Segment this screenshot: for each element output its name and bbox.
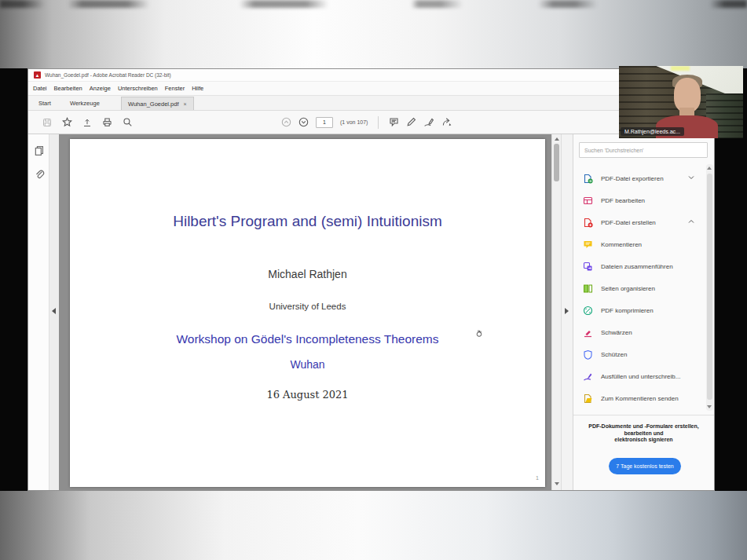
tool-export-pdf[interactable]: PDF-Datei exportieren — [573, 167, 705, 189]
tool-edit-pdf[interactable]: PDF bearbeiten — [573, 189, 705, 211]
sidebar-scroll-up-icon[interactable] — [707, 167, 712, 170]
tool-comment[interactable]: Kommentieren — [573, 233, 705, 255]
protect-shield-icon — [583, 350, 593, 360]
chevron-up-icon[interactable] — [688, 219, 694, 224]
video-frame: { "window": { "title": "Wuhan_Goedel.pdf… — [0, 0, 747, 560]
tools-search-input[interactable] — [579, 142, 708, 158]
tool-label: Seiten organisieren — [601, 285, 655, 292]
page-number-input[interactable] — [316, 117, 333, 128]
tab-document[interactable]: Wuhan_Goedel.pdf × — [121, 97, 194, 110]
tool-label: PDF-Datei erstellen — [601, 219, 656, 226]
send-review-icon[interactable] — [441, 117, 452, 127]
tool-combine-files[interactable]: Dateien zusammenführen — [573, 255, 705, 277]
scroll-up-icon[interactable] — [555, 137, 559, 141]
scroll-down-icon[interactable] — [555, 482, 559, 485]
menu-fenster[interactable]: Fenster — [165, 85, 185, 92]
share-upload-icon[interactable] — [82, 118, 92, 127]
compress-pdf-icon — [583, 306, 593, 316]
tool-create-pdf[interactable]: PDF-Datei erstellen — [573, 211, 705, 233]
slide-location: Wuhan — [70, 358, 545, 371]
webcam-ceiling-light — [671, 66, 690, 71]
promo-line-2: bearbeiten und — [577, 430, 711, 437]
slide-event: Workshop on Gödel's Incompleteness Theor… — [70, 332, 545, 346]
right-splitter[interactable] — [561, 134, 573, 490]
tool-organize-pages[interactable]: Seiten organisieren — [573, 277, 705, 299]
webcam-name-badge: M.Rathjen@leeds.ac... — [621, 127, 684, 136]
tab-start[interactable]: Start — [38, 96, 51, 111]
menu-datei[interactable]: Datei — [33, 85, 47, 92]
trial-promo: PDF-Dokumente und -Formulare erstellen, … — [577, 423, 711, 444]
letterbox-top — [0, 0, 747, 68]
sidebar-scrollbar[interactable] — [706, 164, 713, 411]
sidebar-divider — [573, 415, 714, 415]
menu-bar: Datei Bearbeiten Anzeige Unterschreiben … — [28, 82, 714, 96]
tools-sidebar: PDF-Datei exportieren PDF bearbeiten — [573, 134, 714, 490]
free-trial-button[interactable]: 7 Tage kostenlos testen — [609, 458, 681, 474]
tool-label: Zum Kommentieren senden — [601, 395, 679, 402]
sidebar-scroll-down-icon[interactable] — [707, 405, 712, 408]
combine-files-icon — [583, 262, 593, 272]
document-canvas: Hilbert's Program and (semi) Intuitionis… — [59, 134, 551, 490]
tab-werkzeuge[interactable]: Werkzeuge — [70, 96, 100, 111]
tool-label: Schwärzen — [601, 329, 632, 336]
slide-author: Michael Rathjen — [70, 268, 545, 280]
attachments-paperclip-icon[interactable] — [34, 169, 45, 180]
menu-unterschreiben[interactable]: Unterschreiben — [118, 85, 158, 92]
star-icon[interactable] — [62, 117, 72, 127]
chevron-down-icon[interactable] — [688, 175, 694, 180]
edit-pdf-icon — [583, 196, 593, 206]
tool-compress-pdf[interactable]: PDF komprimieren — [573, 299, 705, 321]
organize-pages-icon — [583, 284, 593, 294]
tool-label: PDF komprimieren — [601, 307, 654, 314]
menu-bearbeiten[interactable]: Bearbeiten — [54, 85, 82, 92]
tool-label: Schützen — [601, 351, 627, 358]
adobe-reader-icon: ▲ — [34, 71, 41, 79]
toolbar-divider — [378, 116, 379, 129]
menu-hilfe[interactable]: Hilfe — [192, 85, 203, 92]
tool-label: Dateien zusammenführen — [601, 263, 673, 270]
save-icon[interactable] — [42, 118, 52, 127]
sidebar-scrollbar-thumb[interactable] — [707, 174, 712, 400]
window-title: Wuhan_Goedel.pdf - Adobe Acrobat Reader … — [45, 72, 171, 78]
tool-label: PDF-Datei exportieren — [601, 175, 664, 182]
pdf-page: Hilbert's Program and (semi) Intuitionis… — [70, 139, 545, 487]
promo-line-3: elektronisch signieren — [577, 437, 711, 444]
toolbar: (1 von 107) — [28, 111, 714, 134]
next-page-icon[interactable] — [298, 117, 309, 127]
collapse-panel-icon[interactable] — [52, 308, 56, 314]
create-pdf-icon — [583, 218, 593, 228]
previous-page-icon[interactable] — [281, 117, 291, 127]
slide-title: Hilbert's Program and (semi) Intuitionis… — [70, 213, 545, 230]
close-tab-icon[interactable]: × — [184, 101, 187, 107]
comment-tool-icon — [583, 240, 593, 250]
expand-panel-icon[interactable] — [565, 308, 569, 314]
tool-label: PDF bearbeiten — [601, 197, 645, 204]
title-bar: ▲ Wuhan_Goedel.pdf - Adobe Acrobat Reade… — [28, 69, 714, 82]
tool-redact[interactable]: Schwärzen — [573, 321, 705, 343]
left-splitter[interactable] — [49, 134, 59, 490]
tool-protect[interactable]: Schützen — [573, 343, 705, 365]
print-icon[interactable] — [102, 117, 112, 127]
fill-sign-icon[interactable] — [423, 117, 434, 127]
tool-fill-sign[interactable]: Ausfüllen und unterschreib... — [573, 365, 705, 387]
tab-bar: Start Werkzeuge Wuhan_Goedel.pdf × — [28, 96, 714, 111]
webcam-overlay: M.Rathjen@leeds.ac... — [619, 66, 743, 138]
send-for-comments-icon — [583, 393, 593, 404]
document-scrollbar[interactable] — [551, 134, 561, 490]
tool-label: Ausfüllen und unterschreib... — [601, 373, 680, 380]
comment-icon[interactable] — [389, 117, 399, 127]
letterbox-bottom — [0, 491, 747, 560]
content-area: Hilbert's Program and (semi) Intuitionis… — [28, 134, 714, 490]
document-scrollbar-thumb[interactable] — [554, 144, 559, 181]
fill-sign-tool-icon — [583, 372, 593, 382]
slide-page-number: 1 — [536, 475, 539, 481]
search-icon[interactable] — [123, 117, 133, 127]
app-window: ▲ Wuhan_Goedel.pdf - Adobe Acrobat Reade… — [27, 68, 715, 491]
menu-anzeige[interactable]: Anzeige — [90, 85, 111, 92]
pencil-icon[interactable] — [406, 117, 416, 127]
tool-send-for-comments[interactable]: Zum Kommentieren senden — [573, 387, 705, 409]
redact-icon — [583, 328, 593, 338]
tool-label: Kommentieren — [601, 241, 642, 248]
page-thumbnails-icon[interactable] — [34, 145, 45, 156]
export-pdf-icon — [583, 174, 593, 184]
